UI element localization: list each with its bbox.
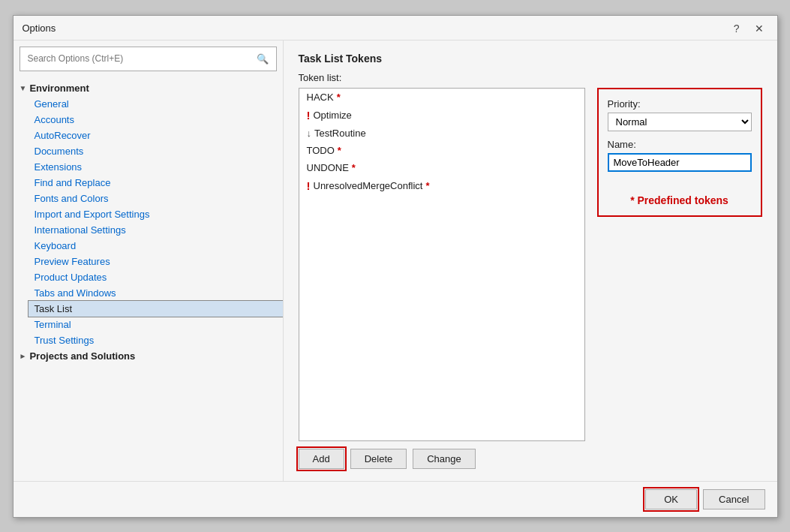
dialog-footer: OK Cancel — [14, 481, 777, 517]
sidebar-item-preview[interactable]: Preview Features — [29, 254, 283, 269]
search-box[interactable]: 🔍 — [20, 47, 277, 71]
close-button[interactable]: ✕ — [750, 22, 768, 35]
sidebar-item-product-updates[interactable]: Product Updates — [29, 269, 283, 285]
title-bar-controls: ? ✕ — [729, 22, 768, 35]
sidebar-item-general[interactable]: General — [29, 96, 283, 112]
priority-panel: Priority: Normal High Low Name: * Predef… — [597, 88, 762, 217]
sidebar-item-documents[interactable]: Documents — [29, 143, 283, 159]
content-area: HACK * ! Optimize ↓ TestRoutine TOD — [299, 88, 762, 469]
sidebar-item-trust-settings[interactable]: Trust Settings — [29, 332, 283, 348]
token-item-hack[interactable]: HACK * — [299, 89, 584, 106]
sidebar-item-task-list[interactable]: Task List — [29, 301, 283, 317]
sidebar-item-international[interactable]: International Settings — [29, 222, 283, 238]
tree-view: ▼ Environment General Accounts AutoRecov… — [14, 77, 283, 481]
sidebar-item-import-export[interactable]: Import and Export Settings — [29, 206, 283, 222]
search-input[interactable] — [28, 53, 257, 64]
token-item-todo[interactable]: TODO * — [299, 142, 584, 159]
token-list[interactable]: HACK * ! Optimize ↓ TestRoutine TOD — [299, 88, 585, 441]
right-panel: Task List Tokens Token list: HACK * ! Op… — [284, 41, 777, 481]
change-button[interactable]: Change — [413, 449, 476, 469]
cancel-button[interactable]: Cancel — [703, 489, 764, 509]
sidebar-item-accounts[interactable]: Accounts — [29, 112, 283, 128]
sidebar-item-terminal[interactable]: Terminal — [29, 317, 283, 332]
sidebar-item-extensions[interactable]: Extensions — [29, 159, 283, 175]
dialog-title: Options — [23, 23, 56, 34]
left-panel: 🔍 ▼ Environment General Accounts AutoRec… — [14, 41, 284, 481]
sidebar-item-find-replace[interactable]: Find and Replace — [29, 175, 283, 191]
dialog-body: 🔍 ▼ Environment General Accounts AutoRec… — [14, 41, 777, 481]
add-button[interactable]: Add — [299, 449, 344, 469]
collapse-triangle: ▼ — [20, 84, 27, 92]
sidebar-item-keyboard[interactable]: Keyboard — [29, 238, 283, 254]
predefined-note: * Predefined tokens — [608, 194, 752, 206]
priority-select[interactable]: Normal High Low — [608, 113, 752, 131]
token-item-optimize[interactable]: ! Optimize — [299, 106, 584, 125]
environment-children: General Accounts AutoRecover Documents E… — [14, 96, 283, 348]
name-input[interactable] — [608, 153, 752, 172]
action-buttons: Add Delete Change — [299, 449, 585, 469]
expand-triangle: ► — [20, 352, 27, 360]
sidebar-item-tabs-windows[interactable]: Tabs and Windows — [29, 285, 283, 301]
environment-group-header[interactable]: ▼ Environment — [14, 80, 283, 96]
section-title: Task List Tokens — [299, 53, 762, 65]
name-label: Name: — [608, 139, 752, 150]
options-dialog: Options ? ✕ 🔍 ▼ Environment General Acco… — [13, 15, 778, 518]
delete-button[interactable]: Delete — [350, 449, 407, 469]
search-icon: 🔍 — [257, 53, 269, 65]
name-section: Name: — [608, 139, 752, 172]
sidebar-item-autorecover[interactable]: AutoRecover — [29, 128, 283, 143]
ok-button[interactable]: OK — [645, 489, 697, 509]
priority-section: Priority: Normal High Low — [608, 98, 752, 131]
sidebar-item-fonts-colors[interactable]: Fonts and Colors — [29, 191, 283, 206]
projects-group-header[interactable]: ► Projects and Solutions — [14, 348, 283, 364]
environment-label: Environment — [29, 83, 89, 94]
token-item-testroutine[interactable]: ↓ TestRoutine — [299, 125, 584, 142]
token-item-undone[interactable]: UNDONE * — [299, 159, 584, 176]
title-bar: Options ? ✕ — [14, 16, 777, 41]
help-button[interactable]: ? — [729, 22, 744, 35]
priority-label: Priority: — [608, 98, 752, 110]
token-item-unresolved[interactable]: ! UnresolvedMergeConflict * — [299, 176, 584, 195]
projects-label: Projects and Solutions — [29, 350, 135, 362]
token-list-container: HACK * ! Optimize ↓ TestRoutine TOD — [299, 88, 585, 469]
token-list-label: Token list: — [299, 72, 762, 83]
